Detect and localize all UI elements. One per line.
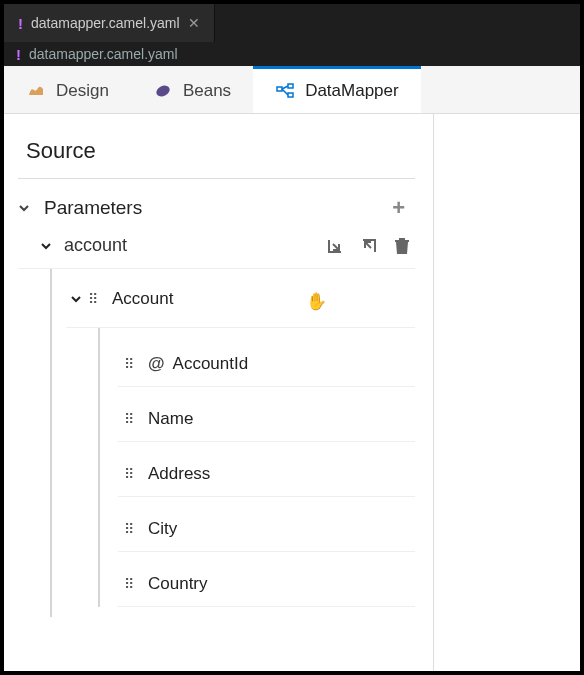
type-label: Account — [104, 289, 173, 309]
grip-icon[interactable]: ⠿ — [124, 356, 140, 372]
field-row[interactable]: ⠿ City — [118, 507, 415, 552]
svg-rect-2 — [288, 84, 293, 88]
field-name: AccountId — [173, 354, 249, 374]
type-row[interactable]: ⠿ Account ✋ — [66, 283, 415, 328]
datamapper-icon — [275, 81, 295, 101]
grip-icon[interactable]: ⠿ — [124, 411, 140, 427]
grip-icon[interactable]: ⠿ — [88, 291, 104, 307]
editor-tab-active[interactable]: ! datamapper.camel.yaml ✕ — [4, 4, 215, 42]
source-panel: Source Parameters + account — [4, 114, 434, 671]
chevron-down-icon[interactable] — [70, 293, 88, 305]
field-row[interactable]: ⠿ Country — [118, 562, 415, 607]
camel-icon — [26, 81, 46, 101]
field-name: Name — [148, 409, 193, 429]
grip-icon[interactable]: ⠿ — [124, 521, 140, 537]
field-name: City — [148, 519, 177, 539]
close-icon[interactable]: ✕ — [188, 15, 200, 31]
attribute-icon: @ — [148, 354, 165, 374]
export-icon[interactable] — [359, 236, 379, 256]
import-icon[interactable] — [325, 236, 345, 256]
tab-label: Beans — [183, 81, 231, 101]
svg-rect-1 — [277, 87, 282, 91]
hand-cursor-icon: ✋ — [306, 291, 327, 312]
tab-label: DataMapper — [305, 81, 399, 101]
field-row[interactable]: ⠿ @ AccountId — [118, 342, 415, 387]
field-row[interactable]: ⠿ Address — [118, 452, 415, 497]
source-title: Source — [18, 132, 415, 179]
breadcrumb-label: datamapper.camel.yaml — [29, 46, 178, 62]
field-row[interactable]: ⠿ Name — [118, 397, 415, 442]
yaml-icon: ! — [18, 15, 23, 32]
tab-label: Design — [56, 81, 109, 101]
svg-point-0 — [154, 84, 171, 99]
bean-icon — [153, 81, 173, 101]
field-name: Address — [148, 464, 210, 484]
panel-tab-bar: Design Beans DataMapper — [4, 66, 580, 114]
svg-rect-3 — [288, 93, 293, 97]
editor-tab-label: datamapper.camel.yaml — [31, 15, 180, 31]
field-name: Country — [148, 574, 208, 594]
tab-design[interactable]: Design — [4, 66, 131, 113]
chevron-down-icon[interactable] — [40, 240, 60, 252]
grip-icon[interactable]: ⠿ — [124, 576, 140, 592]
editor-tab-bar: ! datamapper.camel.yaml ✕ — [4, 4, 580, 42]
parameter-name: account — [60, 235, 325, 256]
tab-beans[interactable]: Beans — [131, 66, 253, 113]
grip-icon[interactable]: ⠿ — [124, 466, 140, 482]
yaml-icon: ! — [16, 46, 21, 63]
add-parameter-button[interactable]: + — [386, 195, 411, 221]
breadcrumb: ! datamapper.camel.yaml — [4, 42, 580, 66]
delete-icon[interactable] — [393, 236, 411, 256]
tab-datamapper[interactable]: DataMapper — [253, 66, 421, 113]
parameters-label: Parameters — [38, 197, 386, 219]
chevron-down-icon[interactable] — [18, 202, 38, 214]
